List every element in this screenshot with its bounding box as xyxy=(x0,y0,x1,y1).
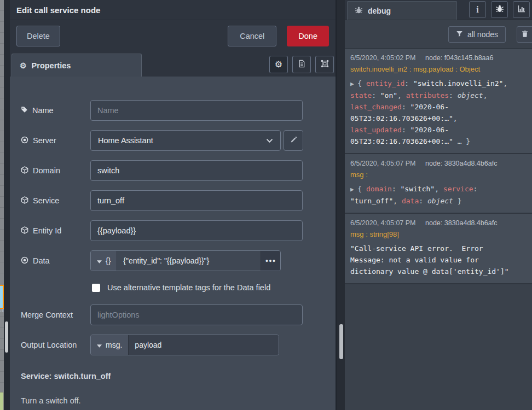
tab-properties-label: Properties xyxy=(32,61,71,70)
dashboard-sidebar-button[interactable] xyxy=(513,1,530,18)
info-icon: i xyxy=(476,5,478,15)
debug-payload[interactable]: ▶ { domain: "switch", service:"turn_off"… xyxy=(350,183,527,207)
service-input[interactable] xyxy=(90,190,303,211)
dialog-title: Edit call service node xyxy=(16,5,100,15)
output-typed-input: msg. xyxy=(90,335,279,355)
flow-node-fragment[interactable] xyxy=(0,392,4,410)
dialog-tab-bar: ⚙ Properties ⚙ xyxy=(10,52,336,77)
appearance-view-button[interactable] xyxy=(315,56,334,73)
data-input[interactable] xyxy=(117,251,261,271)
output-location-input[interactable] xyxy=(129,335,279,355)
filter-label: all nodes xyxy=(467,30,498,39)
domain-input[interactable] xyxy=(90,160,303,181)
document-icon xyxy=(298,60,306,69)
cancel-button[interactable]: Cancel xyxy=(228,26,276,46)
bug-icon xyxy=(495,4,504,15)
server-select[interactable]: Home Assistant xyxy=(90,130,281,151)
done-button[interactable]: Done xyxy=(287,26,329,46)
domain-label: Domain xyxy=(21,166,90,175)
debug-timestamp: 6/5/2020, 4:05:07 PM xyxy=(350,160,416,167)
server-label: Server xyxy=(21,136,90,145)
entity-id-input[interactable] xyxy=(90,220,303,241)
name-input[interactable] xyxy=(90,100,303,121)
debug-tab-bar: debug i xyxy=(345,0,532,20)
caret-down-icon xyxy=(97,341,102,349)
debug-payload[interactable]: "Call-service API error. ErrorMessage: n… xyxy=(350,243,527,277)
panel-divider[interactable] xyxy=(336,0,345,410)
properties-view-button[interactable]: ⚙ xyxy=(269,56,288,73)
dot-circle-icon xyxy=(21,256,28,266)
debug-message[interactable]: 6/5/2020, 4:05:07 PM node: 3830a4d8.4b6a… xyxy=(345,214,532,284)
properties-form: Name Server Home Assistant xyxy=(10,77,336,410)
cube-icon xyxy=(21,226,28,236)
service-description: Turn a switch off. xyxy=(21,396,336,405)
merge-context-input[interactable] xyxy=(90,304,303,325)
trash-icon xyxy=(521,30,529,39)
node-appearance-icon xyxy=(321,60,329,69)
data-type-label: {} xyxy=(106,256,111,265)
debug-sidebar-button[interactable] xyxy=(491,1,508,18)
debug-timestamp: 6/5/2020, 4:05:02 PM xyxy=(350,54,416,62)
delete-button[interactable]: Delete xyxy=(16,26,60,46)
output-location-label: Output Location xyxy=(21,341,90,349)
selected-flow-node-fragment[interactable] xyxy=(0,285,4,309)
tab-debug[interactable]: debug xyxy=(347,1,457,20)
debug-message-meta: 6/5/2020, 4:05:02 PM node: f043c145.b8aa… xyxy=(350,54,527,62)
service-row: Service xyxy=(21,190,336,211)
tag-icon xyxy=(21,106,28,115)
service-label: Service xyxy=(21,196,90,206)
server-select-value: Home Assistant xyxy=(98,136,153,145)
data-label: Data xyxy=(21,256,90,266)
workspace-scrollbar-thumb[interactable] xyxy=(5,321,8,353)
output-type-button[interactable]: msg. xyxy=(91,335,129,355)
node-red-screen: at Edit call service node Delete Cancel … xyxy=(0,0,532,410)
caret-down-icon xyxy=(97,256,102,265)
description-view-button[interactable] xyxy=(292,56,311,73)
debug-message[interactable]: 6/5/2020, 4:05:02 PM node: f043c145.b8aa… xyxy=(345,49,532,154)
info-sidebar-button[interactable]: i xyxy=(469,1,486,18)
debug-node-id: node: 3830a4d8.4b6afc xyxy=(425,219,497,227)
dialog-scrollbar-thumb[interactable] xyxy=(339,324,343,359)
debug-node-id: node: f043c145.b8aa6 xyxy=(425,54,493,62)
alt-template-row: Use alternative template tags for the Da… xyxy=(92,283,336,292)
edit-server-button[interactable] xyxy=(284,130,303,151)
debug-topic: switch.inovelli_in2 : msg.payload : Obje… xyxy=(350,65,527,73)
gear-icon: ⚙ xyxy=(20,62,27,69)
alt-template-checkbox[interactable] xyxy=(92,284,100,292)
debug-sidebar: debug i all nodes 6/5/ xyxy=(345,0,532,410)
output-type-label: msg. xyxy=(106,341,122,349)
merge-context-label: Merge Context xyxy=(21,311,90,319)
domain-row: Domain xyxy=(21,160,336,181)
output-location-row: Output Location msg. xyxy=(21,335,336,355)
entity-id-row: Entity Id xyxy=(21,220,336,241)
merge-context-row: Merge Context xyxy=(21,304,336,325)
debug-node-id: node: 3830a4d8.4b6afc xyxy=(425,160,497,167)
tab-debug-label: debug xyxy=(368,7,391,15)
dot-circle-icon xyxy=(21,136,28,145)
debug-message-meta: 6/5/2020, 4:05:07 PM node: 3830a4d8.4b6a… xyxy=(350,160,527,167)
data-type-button[interactable]: {} xyxy=(91,251,117,271)
debug-topic: msg : string[98] xyxy=(350,230,527,238)
expand-editor-button[interactable]: ●●● xyxy=(261,251,280,271)
pencil-icon xyxy=(290,136,297,145)
edit-call-service-dialog: Edit call service node Delete Cancel Don… xyxy=(10,0,336,410)
clear-debug-button[interactable] xyxy=(517,26,532,43)
debug-message[interactable]: 6/5/2020, 4:05:07 PM node: 3830a4d8.4b6a… xyxy=(345,154,532,214)
service-summary: Service: switch.turn_off xyxy=(21,372,336,380)
name-row: Name xyxy=(21,100,336,121)
alt-template-label: Use alternative template tags for the Da… xyxy=(107,283,270,292)
entity-id-label: Entity Id xyxy=(21,226,90,236)
filter-nodes-button[interactable]: all nodes xyxy=(448,26,506,43)
data-typed-input: {} ●●● xyxy=(90,250,281,271)
debug-payload[interactable]: ▶ { entity_id: "switch.inovelli_in2",sta… xyxy=(350,78,527,147)
dialog-header: Edit call service node xyxy=(10,0,336,20)
chevron-down-icon xyxy=(266,136,273,145)
server-row: Server Home Assistant xyxy=(21,130,336,151)
debug-topic: msg : xyxy=(350,171,527,179)
bug-icon xyxy=(355,6,363,16)
tab-properties[interactable]: ⚙ Properties xyxy=(11,54,142,77)
workspace-edge: at xyxy=(0,0,4,410)
debug-timestamp: 6/5/2020, 4:05:07 PM xyxy=(350,219,416,227)
debug-message-meta: 6/5/2020, 4:05:07 PM node: 3830a4d8.4b6a… xyxy=(350,219,527,227)
cube-icon xyxy=(21,166,28,175)
